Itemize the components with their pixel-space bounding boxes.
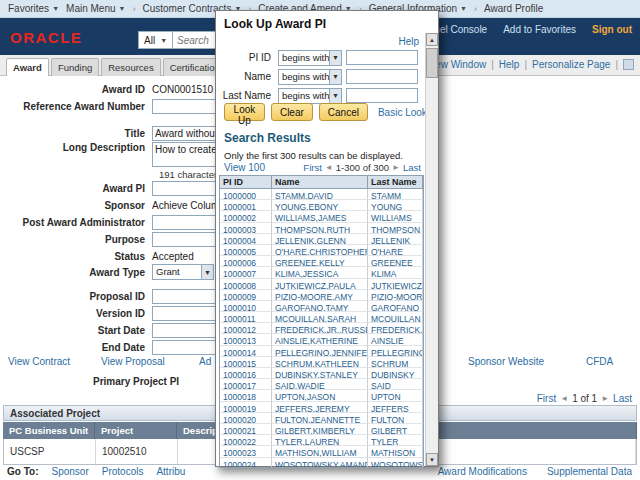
result-pi-id-link[interactable]: 1000017 [223, 381, 256, 390]
scroll-up-icon[interactable]: ▲ [426, 33, 438, 46]
next-page-icon[interactable]: ► [601, 394, 609, 403]
result-name-link[interactable]: STAMM,DAVID [275, 191, 333, 200]
result-name-link[interactable]: O'HARE,CHRISTOPHER [275, 247, 368, 256]
result-last-name-link[interactable]: AINSLIE [371, 336, 404, 345]
result-last-name-link[interactable]: DUBINSKY [371, 370, 414, 379]
result-name-link[interactable]: KLIMA,JESSICA [275, 269, 338, 278]
result-last-name-link[interactable]: WOSOTOWSKY [371, 460, 423, 469]
result-last-name-link[interactable]: FULTON [371, 415, 404, 424]
goto-attributes-link[interactable]: Attribu [156, 466, 185, 477]
result-pi-id-link[interactable]: 1000001 [223, 202, 256, 211]
tab-award[interactable]: Award [6, 58, 49, 76]
award-modifications-link[interactable]: Award Modifications [438, 466, 527, 477]
result-pi-id-link[interactable]: 1000023 [223, 448, 256, 457]
look-up-button[interactable]: Look Up [224, 103, 265, 121]
result-pi-id-link[interactable]: 1000006 [223, 258, 256, 267]
result-last-name-link[interactable]: THOMPSON [371, 225, 420, 234]
clear-button[interactable]: Clear [271, 103, 313, 121]
goto-protocols-link[interactable]: Protocols [102, 466, 144, 477]
breadcrumb-award-profile[interactable]: Award Profile [484, 3, 543, 14]
result-pi-id-link[interactable]: 1000019 [223, 404, 256, 413]
sponsor-website-link[interactable]: Sponsor Website [468, 356, 544, 367]
help-link[interactable]: Help [499, 59, 520, 70]
previous-page-icon[interactable]: ◄ [325, 163, 333, 172]
result-last-name-link[interactable]: MCQUILLAN [371, 314, 421, 323]
result-last-name-link[interactable]: STAMM [371, 191, 401, 200]
result-pi-id-link[interactable]: 1000015 [223, 359, 256, 368]
column-header-pc-business-unit[interactable]: PC Business Unit [3, 422, 95, 439]
page-layout-icon[interactable] [623, 59, 634, 70]
result-name-link[interactable]: MCQUILLAN,SARAH [275, 314, 356, 323]
column-header-last-name[interactable]: Last Name [368, 176, 423, 189]
result-last-name-link[interactable]: FREDERICK,JR. [371, 325, 423, 334]
result-name-link[interactable]: MATHISON,WILLIAM [275, 448, 357, 457]
start-date-input[interactable] [152, 323, 224, 338]
result-pi-id-link[interactable]: 1000007 [223, 269, 256, 278]
supplemental-data-link[interactable]: Supplemental Data [547, 466, 632, 477]
view-contract-link[interactable]: View Contract [8, 356, 70, 367]
result-name-link[interactable]: PELLEGRINO,JENNIFER [275, 348, 368, 357]
last-name-input[interactable] [346, 88, 418, 103]
modal-help-link[interactable]: Help [398, 36, 419, 47]
grid-last-link[interactable]: Last [613, 393, 632, 404]
result-pi-id-link[interactable]: 1000018 [223, 392, 256, 401]
result-last-name-link[interactable]: PIZIO-MOORE [371, 292, 423, 301]
result-pi-id-link[interactable]: 1000010 [223, 303, 256, 312]
result-pi-id-link[interactable]: 1000022 [223, 437, 256, 446]
result-pi-id-link[interactable]: 1000021 [223, 426, 256, 435]
result-last-name-link[interactable]: KLIMA [371, 269, 397, 278]
column-header-project[interactable]: Project [95, 422, 177, 439]
column-header-pi-id[interactable]: PI ID [220, 176, 272, 189]
result-pi-id-link[interactable]: 1000008 [223, 281, 256, 290]
result-last-name-link[interactable]: JEFFERS [371, 404, 409, 413]
result-pi-id-link[interactable]: 1000013 [223, 336, 256, 345]
pi-id-input[interactable] [346, 50, 418, 65]
result-last-name-link[interactable]: TYLER [371, 437, 398, 446]
last-name-operator-select[interactable]: begins with ▼ [278, 88, 342, 104]
result-last-name-link[interactable]: GREENEE [371, 258, 413, 267]
result-name-link[interactable]: JEFFERS,JEREMY [275, 404, 350, 413]
result-last-name-link[interactable]: JUTKIEWICZ [371, 281, 422, 290]
breadcrumb-main-menu[interactable]: Main Menu ▼ [66, 3, 125, 14]
modal-scrollbar[interactable]: ▲ ▼ [425, 33, 438, 466]
results-first-link[interactable]: First [303, 162, 321, 173]
result-last-name-link[interactable]: WILLIAMS [371, 213, 412, 222]
result-pi-id-link[interactable]: 1000003 [223, 225, 256, 234]
result-last-name-link[interactable]: MATHISON [371, 448, 415, 457]
result-name-link[interactable]: FREDERICK,JR.,RUSSELL [275, 325, 368, 334]
view-100-link[interactable]: View 100 [224, 162, 265, 173]
scrollbar-thumb[interactable] [426, 48, 438, 78]
sign-out-link[interactable]: Sign out [592, 24, 632, 35]
result-pi-id-link[interactable]: 1000000 [223, 191, 256, 200]
result-name-link[interactable]: AINSLIE,KATHERINE [275, 336, 358, 345]
result-name-link[interactable]: JELLENIK,GLENN [275, 236, 346, 245]
personalize-page-link[interactable]: Personalize Page [532, 59, 610, 70]
result-name-link[interactable]: JUTKIEWICZ,PAULA [275, 281, 356, 290]
result-last-name-link[interactable]: O'HARE [371, 247, 403, 256]
search-scope-select[interactable]: All ▼ [138, 31, 173, 49]
goto-sponsor-link[interactable]: Sponsor [51, 466, 88, 477]
previous-page-icon[interactable]: ◄ [560, 394, 568, 403]
result-name-link[interactable]: GILBERT,KIMBERLY [275, 426, 355, 435]
result-name-link[interactable]: UPTON,JASON [275, 392, 335, 401]
breadcrumb-favorites[interactable]: Favorites ▼ [8, 3, 59, 14]
result-pi-id-link[interactable]: 1000012 [223, 325, 256, 334]
result-name-link[interactable]: GAROFANO,TAMY [275, 303, 349, 312]
result-last-name-link[interactable]: YOUNG [371, 202, 402, 211]
result-name-link[interactable]: DUBINSKY,STANLEY [275, 370, 358, 379]
result-last-name-link[interactable]: UPTON [371, 392, 401, 401]
results-last-link[interactable]: Last [403, 162, 421, 173]
end-date-input[interactable] [152, 340, 224, 355]
cancel-button[interactable]: Cancel [319, 103, 368, 121]
pi-id-operator-select[interactable]: begins with ▼ [278, 50, 342, 66]
clipped-link[interactable]: Ad [199, 356, 211, 367]
tab-resources[interactable]: Resources [101, 58, 160, 76]
result-pi-id-link[interactable]: 1000005 [223, 247, 256, 256]
result-name-link[interactable]: WOSOTOWSKY,AMANDA [275, 460, 368, 469]
result-last-name-link[interactable]: GAROFANO [371, 303, 419, 312]
grid-first-link[interactable]: First [537, 393, 556, 404]
result-name-link[interactable]: PIZIO-MOORE,AMY [275, 292, 353, 301]
result-name-link[interactable]: SAID,WADIE [275, 381, 325, 390]
result-name-link[interactable]: SCHRUM,KATHLEEN [275, 359, 359, 368]
award-type-select[interactable]: Grant ▼ [152, 264, 214, 280]
